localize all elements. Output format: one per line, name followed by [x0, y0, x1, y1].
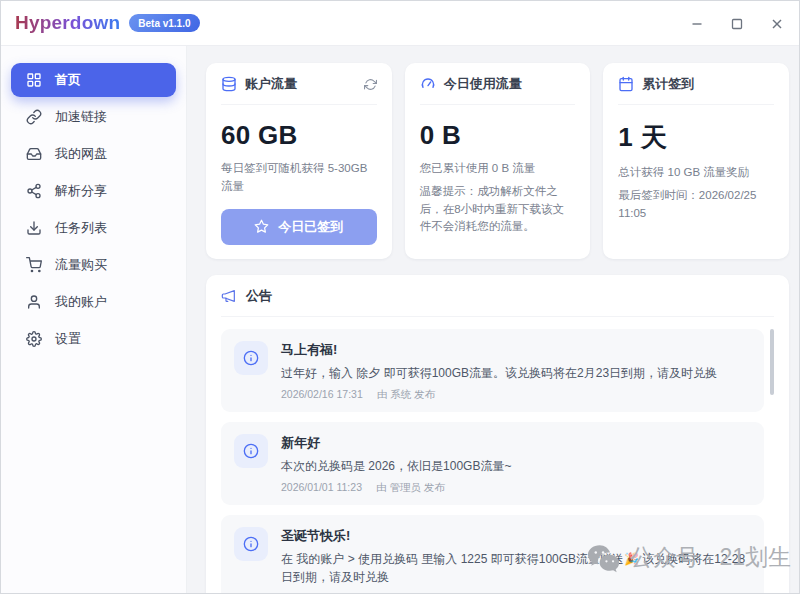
maximize-button[interactable] [723, 10, 751, 38]
announcement-body: 本次的兑换码是 2026，依旧是100GB流量~ [281, 457, 511, 475]
announcement-body: 在 我的账户 > 使用兑换码 里输入 1225 即可获得100GB流量赠送🎉 该… [281, 550, 751, 586]
announcements-header: 公告 [221, 287, 774, 317]
sidebar-item-accelerated-links[interactable]: 加速链接 [11, 100, 176, 134]
announcement-icon-box [234, 527, 268, 561]
sidebar-item-label: 加速链接 [55, 108, 107, 126]
user-icon [26, 294, 42, 310]
link-icon [26, 109, 42, 125]
account-traffic-card: 账户流量 60 GB 每日签到可随机获得 5-30GB 流量 今日已签到 [206, 63, 392, 259]
beta-badge: Beta v1.1.0 [129, 14, 199, 32]
announcements-panel: 公告 马上有福! 过年好，输入 除夕 即可获得100GB流量。该兑换码将在2月2… [206, 275, 789, 593]
card-title: 账户流量 [245, 75, 297, 93]
announcement-content: 马上有福! 过年好，输入 除夕 即可获得100GB流量。该兑换码将在2月23日到… [281, 339, 717, 402]
sidebar-item-my-drive[interactable]: 我的网盘 [11, 137, 176, 171]
signin-button-label: 今日已签到 [278, 218, 343, 236]
close-button[interactable] [763, 10, 791, 38]
info-icon [243, 350, 259, 366]
today-usage-desc: 您已累计使用 0 B 流量 [420, 160, 576, 178]
inbox-icon [26, 146, 42, 162]
close-icon [771, 18, 783, 30]
announcements-list: 马上有福! 过年好，输入 除夕 即可获得100GB流量。该兑换码将在2月23日到… [221, 317, 774, 593]
announcement-item[interactable]: 新年好 本次的兑换码是 2026，依旧是100GB流量~ 2026/01/01 … [221, 422, 764, 505]
refresh-button[interactable] [364, 78, 377, 91]
database-icon [221, 76, 237, 92]
announcement-meta: 2026/01/01 11:23 由 管理员 发布 [281, 481, 511, 495]
grid-icon [26, 72, 42, 88]
sidebar-item-label: 设置 [55, 330, 81, 348]
minimize-icon [691, 18, 703, 30]
share-icon [26, 183, 42, 199]
announcement-icon-box [234, 341, 268, 375]
announcement-publisher: 由 管理员 发布 [376, 481, 445, 495]
main-area: 首页 加速链接 我的网盘 解析分享 任务列表 流量购买 [1, 46, 799, 593]
signin-reward-desc: 总计获得 10 GB 流量奖励 [618, 164, 774, 182]
today-usage-card: 今日使用流量 0 B 您已累计使用 0 B 流量 温馨提示：成功解析文件之后，在… [405, 63, 591, 259]
announcement-publisher: 由 管理员 发布 [377, 592, 446, 593]
today-usage-tip: 温馨提示：成功解析文件之后，在8小时内重新下载该文件不会消耗您的流量。 [420, 183, 576, 236]
cart-icon [26, 257, 42, 273]
sidebar-item-label: 首页 [55, 71, 81, 89]
announcement-icon-box [234, 434, 268, 468]
announcement-title: 马上有福! [281, 341, 717, 359]
sidebar-item-settings[interactable]: 设置 [11, 322, 176, 356]
card-title: 累计签到 [642, 75, 694, 93]
card-header: 累计签到 [618, 75, 774, 105]
card-header: 今日使用流量 [420, 75, 576, 105]
sidebar-item-buy-traffic[interactable]: 流量购买 [11, 248, 176, 282]
content-area: 账户流量 60 GB 每日签到可随机获得 5-30GB 流量 今日已签到 [187, 46, 799, 593]
last-signin-time: 最后签到时间：2026/02/25 11:05 [618, 187, 774, 223]
sidebar-item-label: 流量购买 [55, 256, 107, 274]
gear-icon [26, 331, 42, 347]
calendar-icon [618, 76, 634, 92]
sidebar: 首页 加速链接 我的网盘 解析分享 任务列表 流量购买 [1, 46, 187, 593]
megaphone-icon [221, 288, 237, 304]
app-window: Hyperdown Beta v1.1.0 首页 加速链接 [0, 0, 800, 594]
minimize-button[interactable] [683, 10, 711, 38]
stats-row: 账户流量 60 GB 每日签到可随机获得 5-30GB 流量 今日已签到 [206, 63, 789, 259]
announcements-title: 公告 [246, 287, 272, 305]
traffic-value: 60 GB [221, 120, 377, 151]
download-icon [26, 220, 42, 236]
sidebar-item-label: 任务列表 [55, 219, 107, 237]
today-usage-value: 0 B [420, 120, 576, 151]
announcement-body: 过年好，输入 除夕 即可获得100GB流量。该兑换码将在2月23日到期，请及时兑… [281, 364, 717, 382]
star-icon [254, 219, 269, 234]
sidebar-item-parse-share[interactable]: 解析分享 [11, 174, 176, 208]
signin-button[interactable]: 今日已签到 [221, 209, 377, 245]
announcement-time: 2026/02/16 17:31 [281, 388, 363, 402]
announcement-item[interactable]: 圣诞节快乐! 在 我的账户 > 使用兑换码 里输入 1225 即可获得100GB… [221, 515, 764, 593]
refresh-icon [364, 78, 377, 91]
announcement-time: 2026/01/01 11:23 [281, 481, 362, 495]
card-title: 今日使用流量 [444, 75, 522, 93]
card-header: 账户流量 [221, 75, 377, 105]
maximize-icon [731, 18, 743, 30]
sidebar-item-home[interactable]: 首页 [11, 63, 176, 97]
gauge-icon [420, 76, 436, 92]
cumulative-signin-card: 累计签到 1 天 总计获得 10 GB 流量奖励 最后签到时间：2026/02/… [603, 63, 789, 259]
announcement-content: 圣诞节快乐! 在 我的账户 > 使用兑换码 里输入 1225 即可获得100GB… [281, 525, 751, 593]
signin-days-value: 1 天 [618, 120, 774, 155]
announcement-title: 圣诞节快乐! [281, 527, 751, 545]
sidebar-item-my-account[interactable]: 我的账户 [11, 285, 176, 319]
announcement-publisher: 由 系统 发布 [377, 388, 435, 402]
sidebar-item-task-list[interactable]: 任务列表 [11, 211, 176, 245]
titlebar: Hyperdown Beta v1.1.0 [1, 1, 799, 46]
announcement-meta: 2026/02/16 17:31 由 系统 发布 [281, 388, 717, 402]
announcement-item[interactable]: 马上有福! 过年好，输入 除夕 即可获得100GB流量。该兑换码将在2月23日到… [221, 329, 764, 412]
announcement-title: 新年好 [281, 434, 511, 452]
announcement-time: 2025/12/24 22:24 [281, 592, 363, 593]
traffic-desc: 每日签到可随机获得 5-30GB 流量 [221, 160, 377, 196]
sidebar-item-label: 我的网盘 [55, 145, 107, 163]
announcement-meta: 2025/12/24 22:24 由 管理员 发布 [281, 592, 751, 593]
window-controls [683, 1, 791, 46]
sidebar-item-label: 解析分享 [55, 182, 107, 200]
info-icon [243, 443, 259, 459]
sidebar-item-label: 我的账户 [55, 293, 107, 311]
info-icon [243, 536, 259, 552]
announcement-content: 新年好 本次的兑换码是 2026，依旧是100GB流量~ 2026/01/01 … [281, 432, 511, 495]
app-logo: Hyperdown [15, 12, 120, 34]
scrollbar-thumb[interactable] [770, 329, 774, 395]
